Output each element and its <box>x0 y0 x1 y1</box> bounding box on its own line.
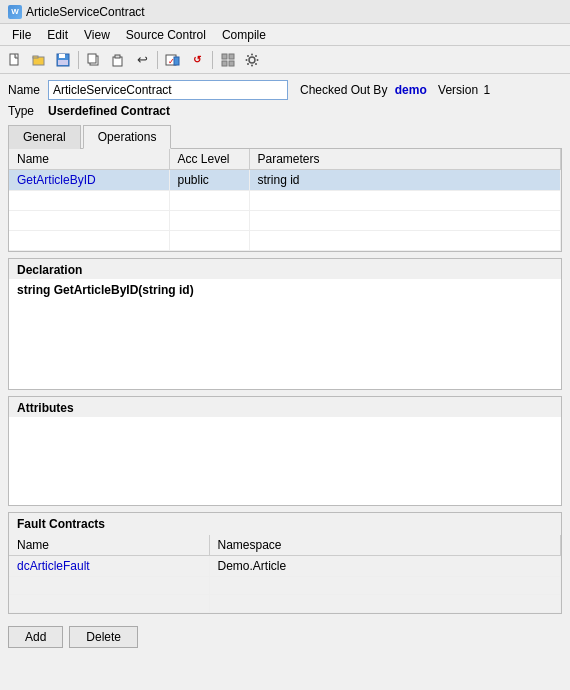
fault-col-namespace: Namespace <box>209 535 561 556</box>
fault-name-link[interactable]: dcArticleFault <box>17 559 90 573</box>
fault-row-empty-2 <box>9 595 561 613</box>
settings-icon <box>245 53 259 67</box>
attributes-section: Attributes <box>8 396 562 506</box>
menu-source-control[interactable]: Source Control <box>118 26 214 44</box>
row-name: GetArticleByID <box>9 170 169 191</box>
declaration-body: string GetArticleByID(string id) <box>9 279 561 339</box>
svg-point-23 <box>255 63 257 65</box>
copy-icon <box>87 53 101 67</box>
svg-rect-12 <box>174 57 179 65</box>
bottom-bar: Add Delete <box>0 620 570 654</box>
name-input[interactable] <box>48 80 288 100</box>
declaration-spacer <box>9 339 561 389</box>
checked-out-label: Checked Out By <box>300 83 387 97</box>
toolbar-separator-1 <box>78 51 79 69</box>
svg-rect-2 <box>33 56 38 58</box>
checked-out-user: demo <box>395 83 427 97</box>
undo-button[interactable]: ↩ <box>131 49 153 71</box>
col-parameters: Parameters <box>249 149 561 170</box>
check-in-button[interactable]: ✓ <box>162 49 184 71</box>
type-label: Type <box>8 104 48 118</box>
fault-contracts-title: Fault Contracts <box>9 513 561 535</box>
svg-rect-13 <box>222 54 227 59</box>
svg-point-22 <box>247 55 249 57</box>
save-icon <box>56 53 70 67</box>
svg-rect-0 <box>10 54 18 65</box>
settings-button[interactable] <box>241 49 263 71</box>
grid-icon <box>221 53 235 67</box>
type-value: Userdefined Contract <box>48 104 170 118</box>
table-row[interactable]: GetArticleByID public string id <box>9 170 561 191</box>
declaration-section: Declaration string GetArticleByID(string… <box>8 258 562 390</box>
row-parameters: string id <box>249 170 561 191</box>
version-label: Version <box>438 83 478 97</box>
save-button[interactable] <box>52 49 74 71</box>
row-acc-level: public <box>169 170 249 191</box>
attributes-body <box>9 417 561 505</box>
menu-view[interactable]: View <box>76 26 118 44</box>
svg-point-21 <box>257 59 259 61</box>
paste-icon <box>111 53 125 67</box>
svg-rect-15 <box>222 61 227 66</box>
svg-point-25 <box>247 63 249 65</box>
checkin-icon: ✓ <box>165 53 181 67</box>
copy-button[interactable] <box>83 49 105 71</box>
fault-row-empty-1 <box>9 577 561 595</box>
table-row-empty-2 <box>9 211 561 231</box>
svg-rect-4 <box>59 54 65 58</box>
menu-bar: File Edit View Source Control Compile <box>0 24 570 46</box>
toolbar-separator-2 <box>157 51 158 69</box>
table-row-empty-1 <box>9 191 561 211</box>
svg-point-18 <box>251 53 253 55</box>
operation-name-link[interactable]: GetArticleByID <box>17 173 96 187</box>
paste-button[interactable] <box>107 49 129 71</box>
declaration-title: Declaration <box>9 259 561 279</box>
fault-row-namespace: Demo.Article <box>209 556 561 577</box>
fault-contracts-section: Fault Contracts Name Namespace dcArticle… <box>8 512 562 614</box>
toolbar: ↩ ✓ ↺ <box>0 46 570 74</box>
tab-general[interactable]: General <box>8 125 81 149</box>
toolbar-separator-3 <box>212 51 213 69</box>
tab-operations[interactable]: Operations <box>83 125 172 149</box>
svg-point-24 <box>255 55 257 57</box>
menu-compile[interactable]: Compile <box>214 26 274 44</box>
checked-out-meta: Checked Out By demo Version 1 <box>300 83 490 97</box>
open-button[interactable] <box>28 49 50 71</box>
menu-file[interactable]: File <box>4 26 39 44</box>
svg-rect-7 <box>88 54 96 63</box>
col-acc-level: Acc Level <box>169 149 249 170</box>
declaration-text: string GetArticleByID(string id) <box>17 283 194 297</box>
type-row: Type Userdefined Contract <box>8 104 562 118</box>
new-button[interactable] <box>4 49 26 71</box>
svg-rect-5 <box>58 60 68 65</box>
table-row-empty-3 <box>9 231 561 251</box>
operations-table: Name Acc Level Parameters GetArticleByID… <box>9 149 561 251</box>
operations-panel: Name Acc Level Parameters GetArticleByID… <box>8 149 562 252</box>
fault-col-name: Name <box>9 535 209 556</box>
svg-rect-14 <box>229 54 234 59</box>
col-name: Name <box>9 149 169 170</box>
delete-button[interactable]: Delete <box>69 626 138 648</box>
add-button[interactable]: Add <box>8 626 63 648</box>
svg-rect-9 <box>115 55 120 58</box>
fault-table-row[interactable]: dcArticleFault Demo.Article <box>9 556 561 577</box>
fault-row-name: dcArticleFault <box>9 556 209 577</box>
check-out-button[interactable]: ↺ <box>186 49 208 71</box>
svg-point-17 <box>249 57 255 63</box>
grid-button[interactable] <box>217 49 239 71</box>
svg-point-20 <box>246 59 248 61</box>
menu-edit[interactable]: Edit <box>39 26 76 44</box>
app-icon: W <box>8 5 22 19</box>
name-row: Name Checked Out By demo Version 1 <box>8 80 562 100</box>
tabs-container: General Operations <box>8 124 562 149</box>
version-value: 1 <box>483 83 490 97</box>
open-icon <box>32 53 46 67</box>
fault-contracts-table: Name Namespace dcArticleFault Demo.Artic… <box>9 535 561 613</box>
window-title: ArticleServiceContract <box>26 5 145 19</box>
name-label: Name <box>8 83 48 97</box>
svg-rect-16 <box>229 61 234 66</box>
svg-point-19 <box>251 64 253 66</box>
attributes-title: Attributes <box>9 397 561 417</box>
new-doc-icon <box>8 53 22 67</box>
